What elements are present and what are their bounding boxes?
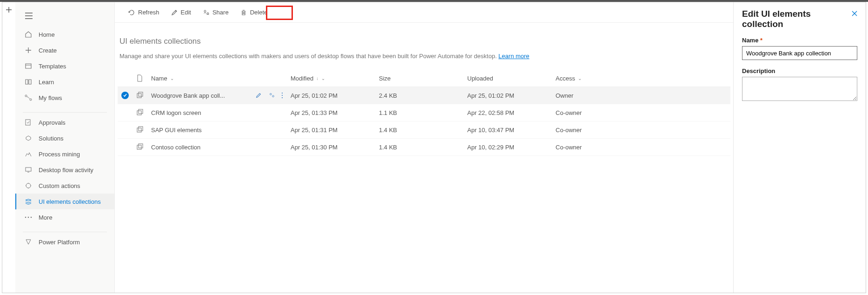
nav-label: More: [39, 214, 53, 221]
svg-point-13: [272, 95, 274, 97]
checkmark-icon: [121, 92, 129, 99]
share-button[interactable]: Share: [198, 5, 233, 20]
svg-point-16: [282, 97, 283, 98]
cell-uploaded: Apr 10, 03:47 PM: [464, 121, 552, 139]
col-uploaded[interactable]: Uploaded: [464, 70, 552, 87]
row-select[interactable]: [118, 87, 133, 104]
col-modified[interactable]: Modified↓⌄: [287, 70, 375, 87]
table-row[interactable]: Contoso collectionApr 25, 01:30 PM1.4 KB…: [118, 139, 730, 156]
name-label: Name *: [742, 37, 857, 44]
toolbar-label: Delete: [250, 9, 268, 16]
nav-label: Home: [39, 31, 55, 38]
nav-processmining[interactable]: Process mining: [15, 146, 114, 162]
nav-solutions[interactable]: Solutions: [15, 130, 114, 146]
description-label: Description: [742, 67, 857, 74]
delete-button[interactable]: Delete: [235, 5, 272, 20]
cell-access: Owner: [552, 87, 730, 104]
cell-size: 2.4 KB: [375, 87, 464, 104]
cell-size: 1.1 KB: [375, 104, 464, 121]
cell-name[interactable]: SAP GUI elements: [147, 121, 287, 139]
cell-modified: Apr 25, 01:02 PM: [287, 87, 375, 104]
chevron-down-icon: ⌄: [578, 76, 582, 81]
cell-modified: Apr 25, 01:30 PM: [287, 139, 375, 156]
cell-access: Co-owner: [552, 104, 730, 121]
nav-label: My flows: [39, 94, 62, 101]
row-share-icon[interactable]: [268, 92, 275, 99]
edit-button[interactable]: Edit: [166, 5, 196, 20]
cell-access: Co-owner: [552, 139, 730, 156]
row-name: Contoso collection: [151, 144, 200, 151]
svg-rect-17: [137, 111, 141, 115]
edit-icon: [171, 9, 178, 16]
nav-create[interactable]: Create: [15, 42, 114, 58]
plus-icon: [25, 47, 32, 54]
description-textarea[interactable]: [742, 77, 857, 101]
svg-point-12: [270, 94, 272, 95]
collections-table: Name⌄ Modified↓⌄ Size Uploaded Access⌄ W…: [118, 70, 730, 156]
nav-approvals[interactable]: Approvals: [15, 114, 114, 130]
nav-learn[interactable]: Learn: [15, 74, 114, 90]
cell-modified: Apr 25, 01:31 PM: [287, 121, 375, 139]
nav-label: Approvals: [39, 119, 66, 126]
cell-name[interactable]: Contoso collection: [147, 139, 287, 156]
panel-title: Edit UI elements collection: [742, 9, 857, 29]
row-select[interactable]: [118, 139, 133, 156]
learn-more-link[interactable]: Learn more: [498, 53, 529, 60]
row-name: SAP GUI elements: [151, 127, 202, 134]
col-select[interactable]: [118, 70, 133, 87]
cell-size: 1.4 KB: [375, 139, 464, 156]
col-access[interactable]: Access⌄: [552, 70, 730, 87]
nav-label: Power Platform: [39, 239, 80, 246]
name-input[interactable]: [742, 46, 857, 60]
svg-point-6: [28, 217, 29, 218]
nav-more[interactable]: More: [15, 209, 114, 225]
mining-icon: [25, 150, 32, 158]
row-more-icon[interactable]: [281, 92, 283, 99]
nav-customactions[interactable]: Custom actions: [15, 178, 114, 194]
svg-point-15: [282, 95, 283, 96]
svg-rect-20: [139, 127, 143, 131]
nav-powerplatform[interactable]: Power Platform: [15, 234, 114, 250]
nav-label: Desktop flow activity: [39, 167, 93, 174]
share-icon: [202, 9, 210, 16]
svg-rect-10: [137, 94, 141, 98]
hamburger-icon[interactable]: [21, 8, 37, 24]
nav-uielements[interactable]: UI elements collections: [15, 194, 114, 209]
cell-name[interactable]: CRM logon screen: [147, 104, 287, 121]
delete-icon: [240, 9, 247, 16]
table-row[interactable]: Woodgrove Bank app coll...Apr 25, 01:02 …: [118, 87, 730, 104]
nav-label: Custom actions: [39, 182, 80, 189]
powerplatform-icon: [25, 238, 32, 246]
page-title: UI elements collections: [118, 37, 730, 46]
svg-point-1: [30, 99, 32, 101]
svg-rect-22: [139, 144, 143, 148]
table-row[interactable]: SAP GUI elementsApr 25, 01:31 PM1.4 KBAp…: [118, 121, 730, 139]
nav-desktopflow[interactable]: Desktop flow activity: [15, 162, 114, 178]
table-row[interactable]: CRM logon screenApr 25, 01:33 PM1.1 KBAp…: [118, 104, 730, 121]
nav-templates[interactable]: Templates: [15, 58, 114, 74]
toolbar: Refresh Edit Share Delete: [115, 2, 733, 23]
svg-rect-19: [137, 128, 141, 132]
required-indicator: *: [760, 37, 762, 44]
col-name[interactable]: Name⌄: [147, 70, 287, 87]
toolbar-label: Edit: [181, 9, 191, 16]
collection-icon: [133, 87, 147, 104]
row-select[interactable]: [118, 121, 133, 139]
nav-label: Create: [39, 47, 57, 54]
close-button[interactable]: [850, 9, 859, 18]
cell-size: 1.4 KB: [375, 121, 464, 139]
cell-uploaded: Apr 10, 02:29 PM: [464, 139, 552, 156]
toolbar-label: Share: [212, 9, 229, 16]
nav-home[interactable]: Home: [15, 27, 114, 42]
row-select[interactable]: [118, 104, 133, 121]
nav-myflows[interactable]: My flows: [15, 90, 114, 106]
svg-point-8: [204, 10, 206, 12]
row-edit-icon[interactable]: [255, 92, 262, 99]
refresh-button[interactable]: Refresh: [123, 5, 164, 20]
col-size[interactable]: Size: [375, 70, 464, 87]
edit-panel: Edit UI elements collection Name * Descr…: [733, 2, 866, 293]
sidebar: Home Create Templates Learn My flows: [15, 2, 115, 293]
svg-point-5: [25, 217, 27, 218]
actions-icon: [25, 182, 32, 189]
cell-name[interactable]: Woodgrove Bank app coll...: [147, 87, 287, 104]
